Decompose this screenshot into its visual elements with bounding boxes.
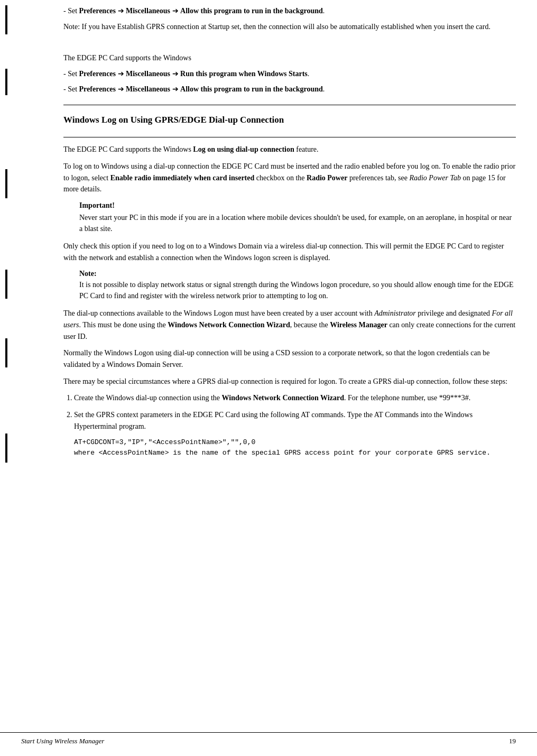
if-you-want: The EDGE PC Card supports the Windows [63, 52, 516, 64]
code-line-2: where <AccessPointName> is the name of t… [74, 448, 516, 458]
code-line-1: AT+CGDCONT=3,"IP","<AccessPointName>",""… [74, 437, 516, 448]
sidebar-mark [5, 270, 7, 299]
note-text: It is not possible to display network st… [79, 279, 516, 301]
top-section: - Set Preferences ➔ Miscellaneous ➔ Allo… [63, 5, 516, 95]
paragraph-3: Only check this option if you need to lo… [63, 241, 516, 263]
section-heading: Windows Log on Using GPRS/EDGE Dial-up C… [63, 115, 516, 125]
sidebar-mark [5, 5, 7, 34]
page: - Set Preferences ➔ Miscellaneous ➔ Allo… [0, 0, 537, 756]
content-area: - Set Preferences ➔ Miscellaneous ➔ Allo… [63, 0, 516, 458]
footer: Start Using Wireless Manager 19 [0, 732, 537, 745]
note-gprs: Note: If you have Establish GPRS connect… [63, 21, 516, 33]
blank-spacer [63, 36, 516, 48]
sidebar-mark [5, 338, 7, 367]
list-item-2: Set the GPRS context parameters in the E… [74, 409, 516, 458]
sidebar-mark [5, 69, 7, 95]
code-block: AT+CGDCONT=3,"IP","<AccessPointName>",""… [74, 437, 516, 458]
important-box: Important! Never start your PC in this m… [79, 201, 516, 234]
paragraph-1: The EDGE PC Card supports the Windows Lo… [63, 144, 516, 155]
note-title: Note: [79, 270, 516, 278]
top-line2: - Set Preferences ➔ Miscellaneous ➔ Run … [63, 68, 516, 80]
footer-left: Start Using Wireless Manager [21, 737, 104, 745]
top-line1: - Set Preferences ➔ Miscellaneous ➔ Allo… [63, 5, 516, 17]
paragraph-4: The dial-up connections available to the… [63, 308, 516, 342]
paragraph-2: To log on to Windows using a dial-up con… [63, 161, 516, 195]
sidebar-mark [5, 169, 7, 198]
section-heading-container: Windows Log on Using GPRS/EDGE Dial-up C… [63, 105, 516, 137]
top-line3: - Set Preferences ➔ Miscellaneous ➔ Allo… [63, 84, 516, 95]
sidebar-mark [5, 434, 7, 463]
list-item-1: Create the Windows dial-up connection us… [74, 392, 516, 404]
ordered-list: Create the Windows dial-up connection us… [74, 392, 516, 458]
important-text: Never start your PC in this mode if you … [79, 212, 516, 234]
paragraph-6: There may be special circumstances where… [63, 376, 516, 388]
paragraph-5: Normally the Windows Logon using dial-up… [63, 347, 516, 370]
footer-right: 19 [509, 737, 516, 745]
note-box: Note: It is not possible to display netw… [79, 270, 516, 301]
important-title: Important! [79, 201, 516, 210]
